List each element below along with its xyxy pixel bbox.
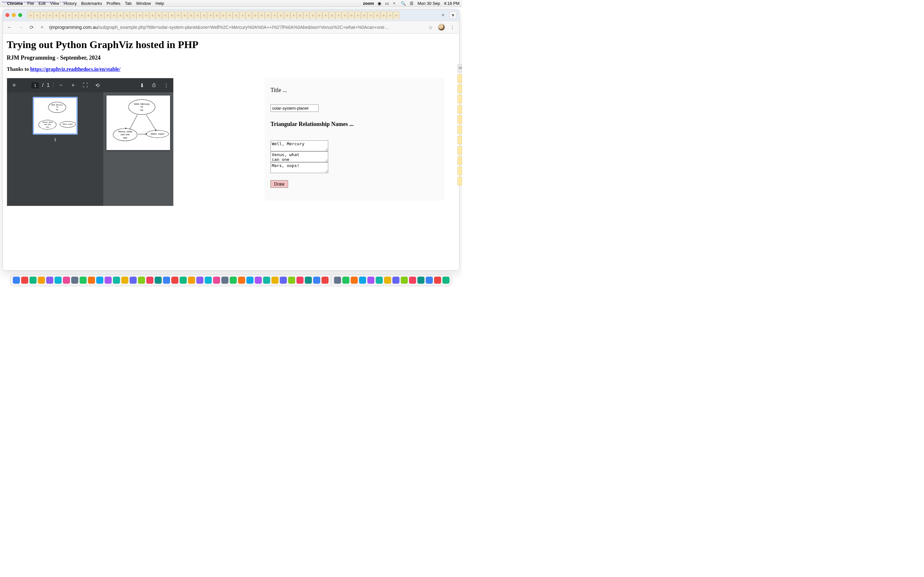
- dock-app-icon[interactable]: [313, 277, 320, 284]
- browser-tab[interactable]: ⎋: [252, 11, 258, 19]
- browser-tab[interactable]: ⎋: [342, 11, 348, 19]
- window-maximize-button[interactable]: [18, 13, 22, 17]
- browser-tab[interactable]: ⎋: [284, 11, 290, 19]
- dock-app-icon[interactable]: [255, 277, 262, 284]
- pdf-more-icon[interactable]: ⋮: [162, 81, 171, 90]
- browser-tab[interactable]: ⎋: [34, 11, 40, 19]
- title-input[interactable]: [270, 105, 318, 112]
- browser-tab[interactable]: ⎋: [124, 11, 130, 19]
- app-name[interactable]: Chrome: [7, 1, 23, 6]
- browser-tab[interactable]: ⎋: [220, 11, 226, 19]
- battery-icon[interactable]: ▭: [385, 1, 389, 6]
- browser-tab[interactable]: ⎋: [335, 11, 342, 19]
- dock-app-icon[interactable]: [334, 277, 341, 284]
- dock-app-icon[interactable]: [230, 277, 237, 284]
- dock-app-icon[interactable]: [13, 277, 20, 284]
- pdf-download-icon[interactable]: ⬇: [137, 81, 146, 90]
- browser-tab[interactable]: ⎋: [329, 11, 335, 19]
- browser-tab[interactable]: ⎋: [380, 11, 387, 19]
- dock-app-icon[interactable]: [138, 277, 145, 284]
- dock-app-icon[interactable]: [296, 277, 304, 284]
- dock-app-icon[interactable]: [113, 277, 120, 284]
- browser-tab[interactable]: ⎋: [53, 11, 59, 19]
- menu-tab[interactable]: Tab: [125, 1, 132, 6]
- pdf-page-current[interactable]: 1: [31, 82, 39, 89]
- dock-app-icon[interactable]: [188, 277, 195, 284]
- dock-app-icon[interactable]: [221, 277, 228, 284]
- dock-app-icon[interactable]: [342, 277, 349, 284]
- browser-tab[interactable]: ⎋: [104, 11, 111, 19]
- dock-app-icon[interactable]: [401, 277, 408, 284]
- dock-app-icon[interactable]: [409, 277, 416, 284]
- dock-app-icon[interactable]: [155, 277, 162, 284]
- dock-app-icon[interactable]: [129, 277, 137, 284]
- spotlight-icon[interactable]: 🔍: [401, 1, 406, 6]
- wifi-icon[interactable]: ᯤ: [393, 1, 397, 6]
- pdf-sidebar-toggle-icon[interactable]: ≡: [10, 81, 19, 90]
- browser-tab[interactable]: ⎋: [361, 11, 367, 19]
- browser-tab[interactable]: ⎋: [393, 11, 399, 19]
- browser-tab[interactable]: ⎋: [136, 11, 143, 19]
- browser-tab[interactable]: ⎋: [130, 11, 136, 19]
- browser-tab[interactable]: ⎋: [316, 11, 322, 19]
- menu-view[interactable]: View: [50, 1, 59, 6]
- zoom-menubar-icon[interactable]: zoom: [363, 1, 374, 6]
- back-button[interactable]: ←: [6, 24, 13, 31]
- dock-app-icon[interactable]: [288, 277, 295, 284]
- node-one-textarea[interactable]: [270, 140, 328, 151]
- window-minimize-button[interactable]: [12, 13, 16, 17]
- browser-tab[interactable]: ⎋: [162, 11, 168, 19]
- forward-button[interactable]: →: [17, 24, 24, 31]
- menu-edit[interactable]: Edit: [39, 1, 45, 6]
- browser-tab[interactable]: ⎋: [233, 11, 239, 19]
- site-info-icon[interactable]: ≡: [39, 24, 45, 31]
- dock-app-icon[interactable]: [434, 277, 441, 284]
- browser-tab[interactable]: ⎋: [149, 11, 156, 19]
- browser-tab[interactable]: ⎋: [66, 11, 72, 19]
- control-center-icon[interactable]: ☰: [410, 1, 414, 6]
- dock-app-icon[interactable]: [163, 277, 170, 284]
- url-text[interactable]: rjmprogramming.com.au/subgraph_example.p…: [49, 25, 423, 30]
- menu-bookmarks[interactable]: Bookmarks: [81, 1, 102, 6]
- browser-tab[interactable]: ⎋: [79, 11, 85, 19]
- dock-app-icon[interactable]: [426, 277, 433, 284]
- dock-app-icon[interactable]: [213, 277, 220, 284]
- dock-app-icon[interactable]: [105, 277, 111, 284]
- dock-app-icon[interactable]: [63, 277, 70, 284]
- dock-app-icon[interactable]: [29, 277, 37, 284]
- dock-app-icon[interactable]: [196, 277, 204, 284]
- new-tab-button[interactable]: +: [439, 11, 447, 19]
- browser-tab[interactable]: ⎋: [85, 11, 91, 19]
- dock-app-icon[interactable]: [351, 277, 358, 284]
- browser-tab[interactable]: ⎋: [374, 11, 380, 19]
- profile-avatar-icon[interactable]: [438, 24, 445, 31]
- browser-tab[interactable]: ⎋: [156, 11, 162, 19]
- browser-tab[interactable]: ⎋: [194, 11, 200, 19]
- dock-app-icon[interactable]: [384, 277, 391, 284]
- chrome-menu-icon[interactable]: ⋮: [449, 24, 456, 31]
- dock-app-icon[interactable]: [171, 277, 178, 284]
- dock-app-icon[interactable]: [46, 277, 53, 284]
- browser-tab[interactable]: ⎋: [303, 11, 310, 19]
- dock-app-icon[interactable]: [246, 277, 254, 284]
- dock-app-icon[interactable]: [417, 277, 425, 284]
- browser-tab[interactable]: ⎋: [271, 11, 278, 19]
- browser-tab[interactable]: ⎋: [213, 11, 220, 19]
- browser-tab[interactable]: ⎋: [27, 11, 34, 19]
- browser-tab[interactable]: ⎋: [98, 11, 104, 19]
- browser-tab[interactable]: ⎋: [226, 11, 233, 19]
- browser-tab[interactable]: ⎋: [117, 11, 124, 19]
- menubar-time[interactable]: 4:16 PM: [444, 1, 459, 6]
- browser-tab[interactable]: ⎋: [265, 11, 271, 19]
- dock-app-icon[interactable]: [79, 277, 87, 284]
- dock-app-icon[interactable]: [280, 277, 287, 284]
- tab-overflow-button[interactable]: ▾: [449, 11, 457, 19]
- dock-app-icon[interactable]: [376, 277, 383, 284]
- browser-tab[interactable]: ⎋: [278, 11, 284, 19]
- dock-app-icon[interactable]: [359, 277, 366, 284]
- menu-file[interactable]: File: [27, 1, 34, 6]
- dock-app-icon[interactable]: [96, 277, 103, 284]
- browser-tab[interactable]: ⎋: [72, 11, 79, 19]
- draw-button[interactable]: Draw: [270, 180, 288, 188]
- dock-app-icon[interactable]: [146, 277, 153, 284]
